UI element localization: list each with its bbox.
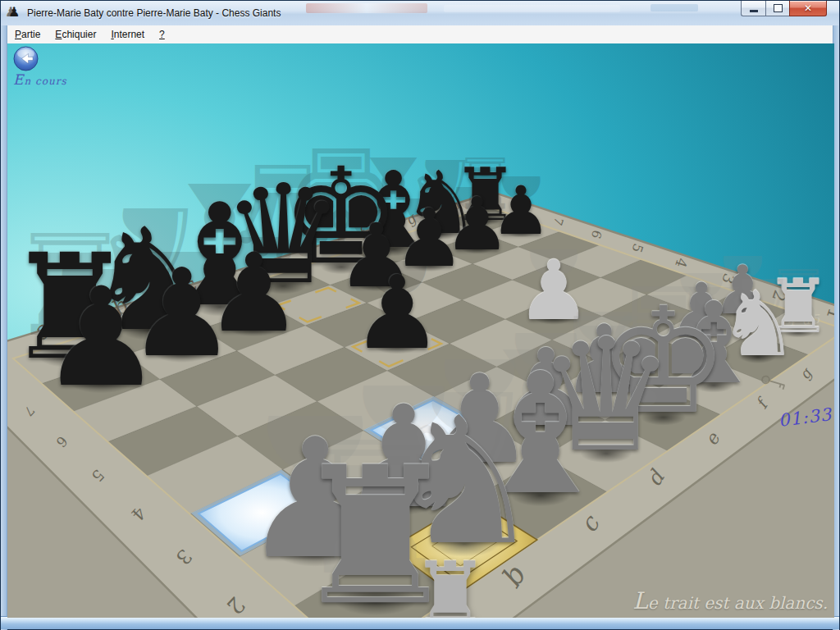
back-button[interactable]	[13, 46, 39, 71]
close-button[interactable]: ✕	[789, 1, 827, 16]
app-icon: ♟	[8, 5, 23, 20]
chessboard-3d: 1122334455667788aabbccddeeffgghh	[7, 43, 834, 618]
menu-item-internet[interactable]: Internet	[103, 25, 152, 43]
close-icon: ✕	[804, 3, 812, 13]
menu-bar: PartieEchiquierInternet?	[7, 25, 834, 43]
game-scene: 1122334455667788aabbccddeeffgghh ♜♜♞♞♝♝♛…	[7, 43, 834, 618]
window-controls: ✕	[741, 1, 827, 16]
titlebar[interactable]: ♟ Pierre-Marie Baty contre Pierre-Marie …	[1, 1, 839, 26]
back-arrow-icon	[13, 46, 39, 71]
menu-item-echiquier[interactable]: Echiquier	[48, 25, 103, 43]
titlebar-reflection	[306, 3, 427, 13]
window-title: Pierre-Marie Baty contre Pierre-Marie Ba…	[27, 7, 281, 19]
minimize-icon	[750, 10, 758, 12]
restore-button[interactable]	[765, 1, 789, 16]
titlebar-reflection	[444, 5, 620, 12]
titlebar-reflection	[651, 4, 698, 11]
window-border-left	[1, 25, 7, 630]
menu-item-help[interactable]: ?	[152, 25, 172, 43]
minimize-button[interactable]	[741, 1, 765, 16]
window-border-bottom	[1, 616, 839, 629]
restore-icon	[774, 4, 783, 12]
turn-indicator-text: Le trait est aux blancs.	[632, 587, 828, 614]
app-window: ♟ Pierre-Marie Baty contre Pierre-Marie …	[0, 0, 840, 630]
menu-item-partie[interactable]: Partie	[7, 25, 48, 43]
game-status-label[interactable]: En cours	[13, 71, 67, 88]
